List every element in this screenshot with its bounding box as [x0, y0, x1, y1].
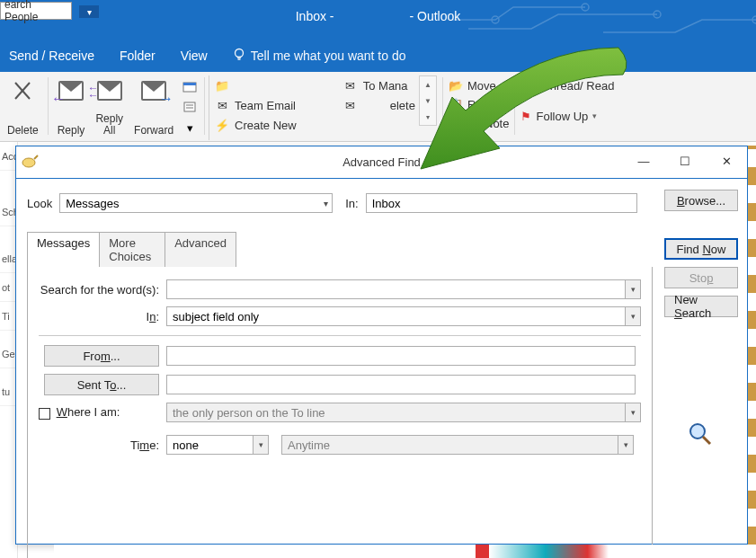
search-words-input[interactable] [166, 279, 636, 299]
menu-folder[interactable]: Folder [120, 49, 156, 63]
menu-view[interactable]: View [181, 49, 208, 63]
onenote-button[interactable]: NOneNote [449, 115, 510, 131]
tell-me-label: Tell me what you want to do [251, 49, 406, 63]
title-inbox: Inbox - [296, 9, 334, 23]
rules-button[interactable]: 📋Rules▾ [449, 96, 510, 112]
minimize-button[interactable]: — [623, 146, 664, 175]
svg-point-10 [22, 158, 35, 167]
time-range-dropdown: Anytime [281, 435, 634, 455]
svg-rect-8 [183, 83, 196, 85]
folder-move-icon: 📂 [449, 79, 463, 93]
time-range-caret: ▾ [618, 435, 634, 455]
reply-all-icon: ←← [97, 77, 122, 104]
content-peek-right [748, 146, 756, 545]
envelope-icon [520, 80, 537, 91]
search-in-dropdown[interactable]: subject field only [166, 306, 636, 326]
search-in-caret[interactable]: ▾ [625, 306, 641, 326]
svg-rect-9 [184, 102, 195, 111]
to-manager-button[interactable]: ✉To Mana [343, 77, 415, 93]
quick-steps-more[interactable]: ▲▼▾ [419, 75, 437, 126]
browse-button[interactable]: Browse... [664, 190, 738, 211]
onenote-icon: N [449, 118, 458, 128]
magnifier-icon [688, 421, 713, 450]
menubar: Send / Receive Folder View Tell me what … [0, 40, 756, 72]
tab-messages[interactable]: Messages [27, 232, 100, 267]
mail-reply-icon: ✉ [343, 99, 358, 111]
quick-steps-group: 📁 ✉Team Email ⚡Create New ✉To Mana ✉elet… [209, 75, 437, 140]
find-dialog-icon [22, 154, 40, 173]
reply-button[interactable]: ← Reply [52, 75, 91, 138]
svg-point-11 [690, 424, 705, 438]
new-search-button[interactable]: New Search [664, 296, 738, 317]
time-label: Time: [39, 438, 159, 452]
dialog-titlebar: Advanced Find — ☐ ✕ [16, 146, 747, 179]
tab-advanced[interactable]: Advanced [165, 232, 236, 267]
where-i-am-caret: ▾ [625, 403, 641, 422]
stop-button[interactable]: Stop [664, 267, 738, 288]
forward-icon: → [141, 77, 166, 104]
sent-to-input[interactable] [166, 375, 636, 394]
titlebar: earch People ▾ Inbox - - Outlook [0, 0, 756, 40]
tags-group: Unread/ Read ⚑Follow Up▾ [520, 75, 614, 124]
mail-arrow-icon: ✉ [215, 99, 229, 111]
from-input[interactable] [166, 346, 636, 366]
delete-label: Delete [7, 125, 39, 137]
mail-check-icon: ✉ [343, 79, 358, 92]
menu-send-receive[interactable]: Send / Receive [9, 49, 94, 63]
where-i-am-dropdown: the only person on the To line [166, 403, 636, 422]
delete-icon [12, 77, 33, 104]
from-button[interactable]: From... [44, 345, 159, 367]
lightning-icon: ⚡ [215, 119, 229, 131]
reply-all-label: Reply All [95, 113, 123, 137]
reply-label: Reply [58, 125, 85, 137]
in-folder-field[interactable]: Inbox [366, 193, 637, 213]
reply-icon: ← [58, 77, 84, 104]
look-dropdown[interactable]: Messages▾ [59, 193, 333, 213]
sent-to-button[interactable]: Sent To... [44, 374, 159, 395]
search-words-label: Search for the word(s): [39, 283, 159, 297]
folder-icon: 📁 [215, 79, 229, 92]
tell-me-search[interactable]: Tell me what you want to do [233, 48, 406, 65]
reply-all-button[interactable]: ←← Reply All [90, 75, 129, 138]
unread-read-button[interactable]: Unread/ Read [520, 77, 614, 93]
advanced-find-dialog: Advanced Find — ☐ ✕ Look Messages▾ In: I… [15, 146, 748, 545]
forward-label: Forward [134, 125, 173, 137]
window-title: Inbox - - Outlook [0, 9, 756, 23]
where-i-am-label: Where I am: [57, 405, 120, 419]
dialog-title: Advanced Find [342, 155, 421, 169]
meeting-icon[interactable] [181, 77, 199, 95]
look-label: Look [27, 197, 52, 210]
flag-icon: ⚑ [520, 110, 531, 123]
close-button[interactable]: ✕ [706, 146, 747, 175]
lightbulb-icon [233, 48, 245, 65]
tabs: Messages More Choices Advanced [27, 231, 236, 267]
more-respond-icon[interactable] [181, 98, 199, 116]
dropdown-icon[interactable]: ▾ [181, 119, 199, 137]
move-button[interactable]: 📂Move▾ [449, 77, 510, 93]
in-label: In: [345, 197, 358, 210]
ribbon-small-buttons: ▾ [179, 75, 200, 138]
maximize-button[interactable]: ☐ [664, 146, 706, 175]
create-new-button[interactable]: ⚡Create New [215, 117, 297, 133]
delete-button[interactable]: Delete [2, 75, 44, 138]
find-now-button[interactable]: Find Now [664, 238, 738, 260]
rules-icon: 📋 [449, 98, 463, 111]
follow-up-button[interactable]: ⚑Follow Up▾ [520, 108, 614, 124]
svg-line-12 [703, 437, 710, 444]
content-peek-bottom [54, 545, 756, 558]
forward-button[interactable]: → Forward [129, 75, 179, 138]
ribbon: Delete ← Reply ←← Reply All → Forward ▾ … [0, 72, 756, 142]
search-in-label: In: [39, 310, 159, 323]
move-group: 📂Move▾ 📋Rules▾ NOneNote [449, 75, 510, 131]
messages-panel: Search for the word(s): ▾ In: subject fi… [27, 267, 653, 558]
where-i-am-checkbox[interactable] [39, 408, 50, 420]
reply-delete-button[interactable]: ✉elete [343, 97, 415, 113]
search-words-dropdown[interactable]: ▾ [625, 279, 641, 299]
time-caret[interactable]: ▾ [253, 435, 269, 455]
svg-point-4 [235, 49, 243, 57]
title-outlook: - Outlook [409, 9, 460, 23]
team-email-button[interactable]: ✉Team Email [215, 97, 297, 113]
tab-more-choices[interactable]: More Choices [99, 232, 165, 267]
